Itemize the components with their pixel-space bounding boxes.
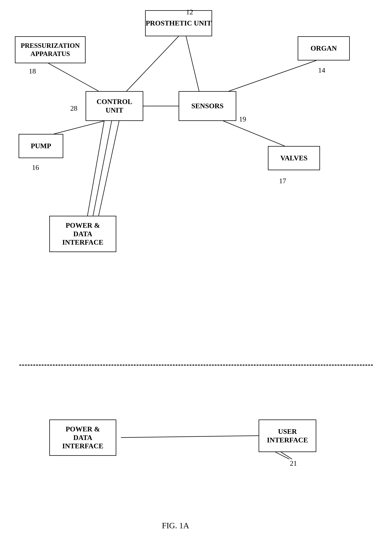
figure-label: FIG. 1A bbox=[162, 521, 189, 530]
connection-lines bbox=[0, 0, 392, 538]
svg-line-5 bbox=[223, 121, 285, 146]
label-14: 14 bbox=[318, 66, 325, 74]
svg-line-3 bbox=[229, 60, 316, 91]
pressurization-apparatus-label: PRESSURIZATIONAPPARATUS bbox=[21, 42, 80, 58]
bottom-connection-lines bbox=[0, 0, 392, 538]
power-data-interface-bottom-label: POWER &DATAINTERFACE bbox=[62, 425, 103, 450]
pump-box: PUMP bbox=[19, 134, 63, 158]
pump-label: PUMP bbox=[31, 142, 51, 150]
control-unit-label: CONTROLUNIT bbox=[97, 97, 132, 114]
svg-line-0 bbox=[126, 36, 179, 91]
control-unit-box: CONTROLUNIT bbox=[86, 91, 143, 121]
sensors-label: SENSORS bbox=[191, 102, 224, 110]
svg-line-12 bbox=[281, 452, 292, 459]
label-28: 28 bbox=[70, 104, 77, 112]
prosthetic-unit-box: PROSTHETIC UNIT bbox=[145, 10, 212, 36]
label-16: 16 bbox=[32, 163, 39, 172]
svg-line-2 bbox=[48, 63, 99, 91]
label-21: 21 bbox=[290, 459, 297, 467]
user-interface-box: USERINTERFACE bbox=[259, 419, 316, 452]
pressurization-apparatus-box: PRESSURIZATIONAPPARATUS bbox=[15, 36, 86, 63]
label-19: 19 bbox=[239, 115, 246, 123]
label-17: 17 bbox=[279, 177, 286, 185]
svg-line-9 bbox=[99, 121, 119, 216]
user-interface-label: USERINTERFACE bbox=[267, 427, 308, 444]
prosthetic-unit-label: PROSTHETIC UNIT bbox=[146, 19, 211, 28]
dashed-separator bbox=[19, 365, 373, 366]
label-12: 12 bbox=[186, 8, 193, 16]
valves-box: VALVES bbox=[268, 146, 320, 170]
power-data-interface-top-box: POWER &DATAINTERFACE bbox=[49, 216, 116, 252]
svg-line-8 bbox=[93, 121, 112, 216]
label-18: 18 bbox=[29, 67, 36, 75]
svg-line-11 bbox=[275, 452, 289, 459]
diagram: PROSTHETIC UNIT PRESSURIZATIONAPPARATUS … bbox=[0, 0, 392, 538]
power-data-interface-bottom-box: POWER &DATAINTERFACE bbox=[49, 419, 116, 456]
power-data-interface-top-label: POWER &DATAINTERFACE bbox=[62, 221, 103, 247]
sensors-box: SENSORS bbox=[179, 91, 236, 121]
svg-line-6 bbox=[54, 121, 104, 134]
valves-label: VALVES bbox=[280, 154, 308, 162]
organ-box: ORGAN bbox=[298, 36, 350, 60]
organ-label: ORGAN bbox=[311, 44, 337, 53]
svg-line-1 bbox=[186, 36, 199, 91]
svg-line-7 bbox=[88, 121, 104, 216]
svg-line-10 bbox=[121, 436, 259, 438]
